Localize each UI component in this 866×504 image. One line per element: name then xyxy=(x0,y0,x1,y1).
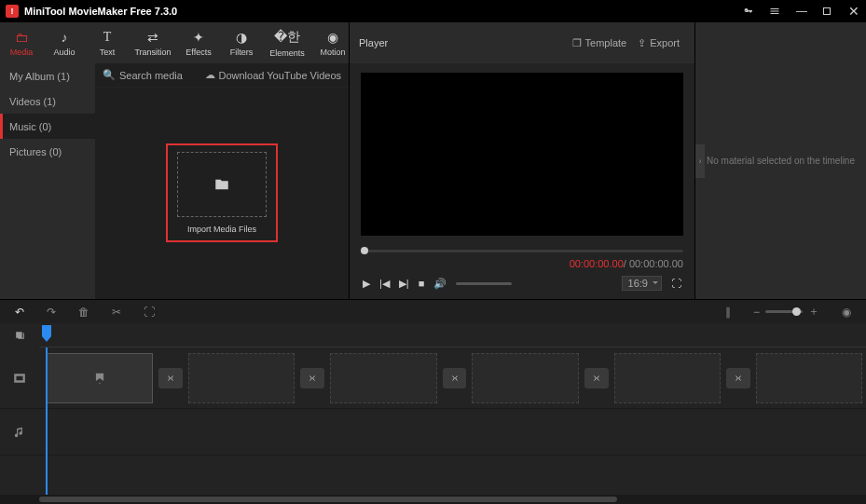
playhead[interactable] xyxy=(42,325,51,336)
volume-button[interactable]: 🔊 xyxy=(433,278,447,290)
main-toolbar: 🗀Media ♪Audio TText ⇄Transition ✦Effects… xyxy=(0,22,349,63)
tab-media[interactable]: 🗀Media xyxy=(0,22,43,63)
folder-icon xyxy=(213,176,231,193)
zoom-slider[interactable] xyxy=(765,310,803,313)
audio-track[interactable] xyxy=(39,409,866,456)
fullscreen-button[interactable]: ⛶ xyxy=(671,278,681,289)
split-button[interactable]: ✂ xyxy=(112,306,121,319)
stop-button[interactable]: ■ xyxy=(419,278,425,289)
search-input[interactable]: 🔍Search media xyxy=(103,69,199,81)
play-button[interactable]: ▶ xyxy=(363,278,370,290)
tab-audio[interactable]: ♪Audio xyxy=(43,22,86,63)
properties-panel: › No material selected on the timeline xyxy=(694,22,866,299)
close-button[interactable]: ✕ xyxy=(847,4,860,19)
tab-filters[interactable]: ◑Filters xyxy=(220,22,263,63)
tab-transition[interactable]: ⇄Transition xyxy=(129,22,177,63)
progress-bar[interactable] xyxy=(361,243,683,258)
search-icon: 🔍 xyxy=(103,69,116,81)
tab-elements[interactable]: �한Elements xyxy=(263,22,311,63)
template-icon: ❐ xyxy=(572,37,582,49)
download-youtube-button[interactable]: ☁Download YouTube Videos xyxy=(205,69,342,81)
sidebar-item-music[interactable]: Music (0) xyxy=(0,114,95,139)
tab-motion[interactable]: ◉Motion xyxy=(311,22,354,63)
delete-button[interactable]: 🗑 xyxy=(78,306,89,319)
mixer-icon[interactable]: ∥ xyxy=(725,306,731,319)
transition-slot[interactable] xyxy=(443,368,467,388)
player-panel: Player ❐Template ⇪Export 00:00:00.00 / 0… xyxy=(350,22,694,299)
transition-slot[interactable] xyxy=(584,368,609,388)
tab-text[interactable]: TText xyxy=(86,22,129,63)
timeline xyxy=(0,323,866,504)
timecode: 00:00:00.00 / 00:00:00.00 xyxy=(361,258,683,269)
import-label: Import Media Files xyxy=(187,225,256,234)
cloud-download-icon: ☁ xyxy=(205,69,215,81)
zoom-fit-button[interactable]: ◉ xyxy=(842,306,851,319)
player-title: Player xyxy=(359,37,567,48)
no-selection-message: No material selected on the timeline xyxy=(707,156,855,166)
clip-slot[interactable] xyxy=(188,353,295,403)
video-track-header[interactable] xyxy=(0,347,39,409)
volume-slider[interactable] xyxy=(456,282,512,285)
clip-slot[interactable] xyxy=(614,353,721,403)
app-logo-icon: ! xyxy=(6,5,19,18)
crop-button[interactable]: ⛶ xyxy=(144,306,155,319)
add-track-icon[interactable] xyxy=(14,330,26,342)
aspect-ratio-select[interactable]: 16:9 xyxy=(622,276,662,291)
zoom-in-button[interactable]: ＋ xyxy=(808,304,819,320)
video-track-icon xyxy=(13,372,26,385)
redo-button[interactable]: ↷ xyxy=(47,306,56,319)
transition-slot[interactable] xyxy=(158,368,183,388)
title-bar: ! MiniTool MovieMaker Free 7.3.0 — ✕ xyxy=(0,0,866,22)
video-track[interactable] xyxy=(39,347,866,409)
clip-slot[interactable] xyxy=(756,353,862,403)
sidebar-item-my-album[interactable]: My Album (1) xyxy=(0,63,95,89)
playhead-line[interactable] xyxy=(46,347,48,495)
time-ruler[interactable] xyxy=(39,323,866,347)
maximize-button[interactable] xyxy=(821,6,834,17)
import-media-button[interactable]: Import Media Files xyxy=(166,143,278,242)
key-icon[interactable] xyxy=(743,6,756,17)
menu-icon[interactable] xyxy=(769,6,782,17)
template-button[interactable]: ❐Template xyxy=(567,37,633,49)
add-clip-icon xyxy=(93,372,106,385)
audio-track-header[interactable] xyxy=(0,409,39,456)
undo-button[interactable]: ↶ xyxy=(15,306,24,319)
video-preview[interactable] xyxy=(361,73,683,236)
clip-slot[interactable] xyxy=(472,353,578,403)
export-icon: ⇪ xyxy=(638,37,646,49)
timeline-scrollbar[interactable] xyxy=(0,495,866,504)
app-title: MiniTool MovieMaker Free 7.3.0 xyxy=(24,6,743,17)
next-frame-button[interactable]: ▶| xyxy=(399,278,409,290)
transition-slot[interactable] xyxy=(726,368,750,388)
media-panel: 🗀Media ♪Audio TText ⇄Transition ✦Effects… xyxy=(0,22,350,299)
clip-slot[interactable] xyxy=(47,353,153,403)
progress-knob[interactable] xyxy=(361,247,368,254)
clip-slot[interactable] xyxy=(330,353,436,403)
sidebar-item-videos[interactable]: Videos (1) xyxy=(0,89,95,114)
media-sidebar: My Album (1) Videos (1) Music (0) Pictur… xyxy=(0,63,95,299)
export-button[interactable]: ⇪Export xyxy=(632,37,685,49)
zoom-out-button[interactable]: − xyxy=(753,306,760,319)
sidebar-item-pictures[interactable]: Pictures (0) xyxy=(0,139,95,164)
panel-collapse-handle[interactable]: › xyxy=(695,144,705,178)
transition-slot[interactable] xyxy=(300,368,324,388)
tab-effects[interactable]: ✦Effects xyxy=(177,22,220,63)
timeline-toolbar: ↶ ↷ 🗑 ✂ ⛶ ∥ − ＋ ◉ xyxy=(0,299,866,323)
prev-frame-button[interactable]: |◀ xyxy=(379,278,390,290)
minimize-button[interactable]: — xyxy=(795,5,808,18)
audio-track-icon xyxy=(13,426,26,439)
